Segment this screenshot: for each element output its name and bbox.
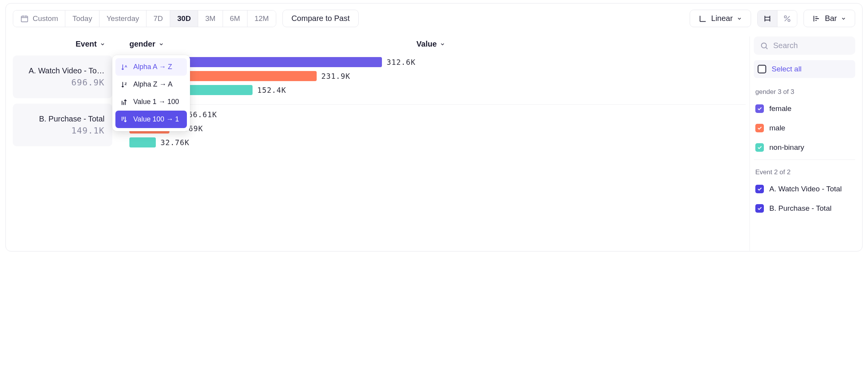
- bar-row: 66.61K: [129, 109, 746, 120]
- filter-panel: Select all gender 3 of 3 femalemalenon-b…: [749, 36, 855, 251]
- event-card[interactable]: A. Watch Video - To…696.9K: [13, 55, 112, 98]
- checkbox-icon: [755, 143, 764, 152]
- sort-num-desc-icon: [120, 116, 129, 123]
- bar-value-label: 152.4K: [257, 86, 286, 94]
- value-column-header[interactable]: Value: [417, 36, 445, 55]
- sort-dropdown: AAlpha A → ZZAlpha Z → AValue 1 → 100Val…: [112, 55, 190, 131]
- filter-label: A. Watch Video - Total: [769, 185, 842, 193]
- compare-to-past-button[interactable]: Compare to Past: [282, 10, 359, 27]
- sort-option-label: Alpha Z → A: [133, 80, 173, 88]
- filter-item-gender[interactable]: male: [754, 121, 855, 135]
- value-header-label: Value: [417, 40, 437, 49]
- bar-chart-icon: [812, 14, 821, 23]
- select-all-label: Select all: [772, 65, 802, 73]
- filter-label: non-binary: [769, 143, 804, 152]
- search-icon: [760, 42, 769, 50]
- bar-row: 231.9K: [129, 71, 746, 81]
- bar-value-label: 231.9K: [321, 72, 350, 80]
- bar[interactable]: [129, 137, 156, 147]
- time-range-6m[interactable]: 6M: [223, 10, 248, 27]
- filter-item-event[interactable]: B. Purchase - Total: [754, 201, 855, 216]
- time-range-12m[interactable]: 12M: [248, 10, 276, 27]
- sort-option[interactable]: AAlpha A → Z: [115, 58, 187, 76]
- select-all-toggle[interactable]: Select all: [754, 60, 855, 78]
- checkbox-icon: [755, 104, 764, 113]
- svg-text:Z: Z: [125, 81, 127, 85]
- format-percent-button[interactable]: [777, 10, 797, 27]
- compare-label: Compare to Past: [291, 14, 350, 23]
- sort-alpha-asc-icon: A: [120, 63, 129, 71]
- chart-area: gender Value 312.6K231.9K152.4K66.61K49.…: [112, 36, 749, 251]
- chevron-down-icon: [159, 42, 164, 47]
- checkbox-icon: [755, 204, 764, 213]
- calendar-icon: [20, 14, 29, 23]
- sort-option-label: Alpha A → Z: [133, 63, 172, 71]
- svg-rect-0: [21, 16, 28, 22]
- scale-select[interactable]: Linear: [690, 10, 751, 27]
- event-column-header[interactable]: Event: [13, 36, 112, 55]
- bar-value-label: 32.76K: [160, 138, 190, 147]
- sort-option-label: Value 100 → 1: [133, 115, 179, 123]
- filter-label: male: [769, 124, 785, 132]
- svg-point-2: [788, 19, 790, 21]
- chevron-down-icon: [440, 42, 445, 47]
- event-name: B. Purchase - Total: [21, 114, 105, 123]
- svg-point-1: [784, 16, 787, 18]
- chart-type-select[interactable]: Bar: [804, 10, 855, 27]
- time-range-3m[interactable]: 3M: [198, 10, 223, 27]
- svg-text:A: A: [125, 64, 127, 68]
- event-card[interactable]: B. Purchase - Total149.1K: [13, 104, 112, 146]
- checkbox-icon: [755, 124, 764, 132]
- time-range-custom[interactable]: Custom: [13, 10, 65, 27]
- linear-icon: [699, 14, 707, 23]
- groupby-header-label: gender: [129, 40, 155, 49]
- event-header-label: Event: [76, 40, 97, 49]
- bar-value-label: 66.61K: [188, 110, 217, 119]
- bar-value-label: 312.6K: [387, 58, 416, 66]
- filter-item-gender[interactable]: female: [754, 101, 855, 116]
- bar-row: 49.69K: [129, 123, 746, 134]
- chart-body: Event A. Watch Video - To…696.9KB. Purch…: [13, 36, 855, 251]
- sort-option[interactable]: Value 1 → 100: [115, 93, 187, 111]
- svg-point-5: [762, 43, 767, 48]
- time-range-7d[interactable]: 7D: [146, 10, 170, 27]
- bar-group: 312.6K231.9K152.4K: [129, 57, 746, 105]
- filter-label: B. Purchase - Total: [769, 204, 831, 213]
- bar-row: 312.6K: [129, 57, 746, 67]
- checkbox-icon: [755, 185, 764, 193]
- chart-panel: Custom TodayYesterday7D30D3M6M12M Compar…: [5, 3, 863, 251]
- filter-item-gender[interactable]: non-binary: [754, 140, 855, 155]
- event-total: 696.9K: [21, 78, 105, 87]
- event-column: Event A. Watch Video - To…696.9KB. Purch…: [13, 36, 112, 251]
- chevron-down-icon: [100, 42, 105, 47]
- event-total: 149.1K: [21, 126, 105, 135]
- chart-type-label: Bar: [825, 14, 837, 23]
- bar-row: 152.4K: [129, 85, 746, 95]
- time-range-today[interactable]: Today: [65, 10, 99, 27]
- filter-label: female: [769, 104, 791, 113]
- sort-option[interactable]: Value 100 → 1: [115, 111, 187, 128]
- sort-alpha-desc-icon: Z: [120, 81, 129, 88]
- filter-item-event[interactable]: A. Watch Video - Total: [754, 182, 855, 196]
- chart-toolbar: Custom TodayYesterday7D30D3M6M12M Compar…: [13, 10, 855, 27]
- event-name: A. Watch Video - To…: [21, 66, 105, 75]
- scale-label: Linear: [711, 14, 733, 23]
- groupby-column-header[interactable]: gender: [129, 36, 164, 55]
- chevron-down-icon: [841, 16, 846, 21]
- time-range-yesterday[interactable]: Yesterday: [99, 10, 146, 27]
- filter-group-title-event: Event 2 of 2: [754, 165, 855, 182]
- filter-search-input[interactable]: [773, 41, 863, 50]
- value-format-toggle: [757, 10, 797, 27]
- sort-option[interactable]: ZAlpha Z → A: [115, 76, 187, 93]
- filter-group-title-gender: gender 3 of 3: [754, 85, 855, 101]
- format-number-button[interactable]: [758, 10, 777, 27]
- chevron-down-icon: [737, 16, 742, 21]
- divider: [754, 160, 855, 160]
- time-range-30d[interactable]: 30D: [170, 10, 198, 27]
- filter-search[interactable]: [754, 36, 855, 55]
- checkbox-icon: [758, 65, 766, 73]
- bar-row: 32.76K: [129, 137, 746, 147]
- sort-num-asc-icon: [120, 98, 129, 106]
- time-range-custom-label: Custom: [33, 14, 58, 23]
- time-range-group: Custom TodayYesterday7D30D3M6M12M: [13, 10, 276, 27]
